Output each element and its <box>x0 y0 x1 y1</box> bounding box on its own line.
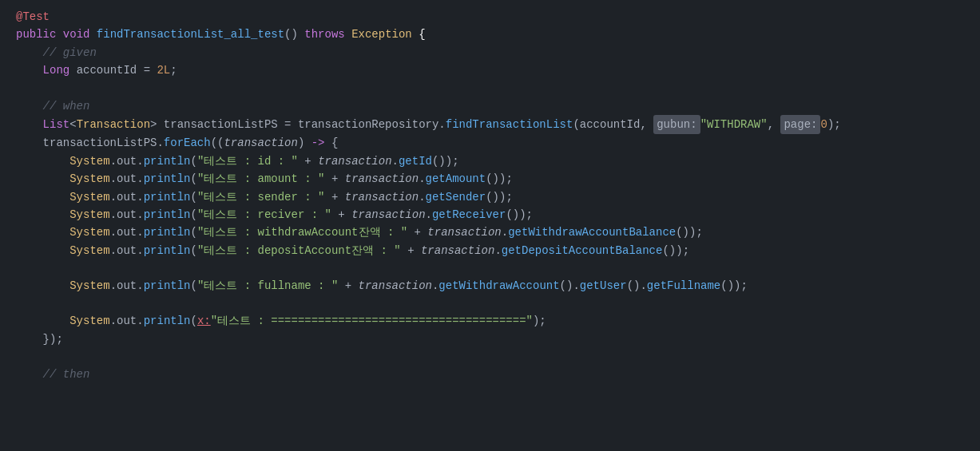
code-editor: @Test public void findTransactionList_al… <box>0 0 980 451</box>
class-system-9: System <box>69 152 109 170</box>
param-x: x: <box>197 312 211 330</box>
code-line-4: Long accountId = 2L ; <box>0 61 980 79</box>
method-name: findTransactionList_all_test <box>97 26 284 43</box>
class-transaction: Transaction <box>77 116 150 133</box>
code-line-9: System . out . println ( "테스트 : id : " +… <box>0 152 980 170</box>
code-line-5 <box>0 80 980 97</box>
code-line-21: // then <box>0 366 980 383</box>
class-system-10: System <box>69 170 109 188</box>
string-withdraw: "WITHDRAW" <box>700 116 768 133</box>
method-getid: getId <box>399 152 432 170</box>
string-test-sender: "테스트 : sender : " <box>197 188 325 206</box>
method-println-14: println <box>144 242 191 259</box>
string-test-deposit: "테스트 : depositAccount잔액 : " <box>197 242 401 259</box>
code-line-8: transactionListPS . forEach (( transacti… <box>0 134 980 152</box>
annotation-test: @Test <box>16 8 50 26</box>
code-line-12: System . out . println ( "테스트 : reciver … <box>0 206 980 224</box>
code-line-2: public void findTransactionList_all_test… <box>0 26 980 43</box>
code-line-16: System . out . println ( "테스트 : fullname… <box>0 277 980 295</box>
comment-given: // given <box>43 44 97 61</box>
class-system-13: System <box>69 224 109 241</box>
var-transactionlistps2: transactionListPS <box>43 134 157 152</box>
method-findtransactionlist: findTransactionList <box>446 116 573 133</box>
method-println-18: println <box>144 312 191 330</box>
method-println-9: println <box>144 152 191 170</box>
param-page: page: <box>780 115 820 134</box>
arrow: -> <box>311 134 325 152</box>
code-line-6: // when <box>0 97 980 115</box>
method-foreach: forEach <box>164 134 211 152</box>
param-gubun: gubun: <box>653 115 700 134</box>
method-println-16: println <box>144 277 191 295</box>
class-system-14: System <box>69 242 109 259</box>
string-test-reciver: "테스트 : reciver : " <box>197 206 331 224</box>
code-line-19: }); <box>0 330 980 348</box>
var-transaction-10: transaction <box>345 170 419 188</box>
method-println-13: println <box>144 224 191 241</box>
string-test-separator: "테스트 : =================================… <box>211 312 533 330</box>
var-transaction-13: transaction <box>427 224 501 241</box>
method-getamount: getAmount <box>426 170 486 188</box>
code-line-10: System . out . println ( "테스트 : amount :… <box>0 170 980 188</box>
class-exception: Exception <box>351 26 412 43</box>
code-line-11: System . out . println ( "테스트 : sender :… <box>0 188 980 206</box>
method-getsender: getSender <box>426 188 486 206</box>
keyword-throws: throws <box>304 26 344 43</box>
method-getwithdrawaccountbalance: getWithdrawAccountBalance <box>508 224 676 241</box>
keyword-long: Long <box>43 61 70 79</box>
method-getuser: getUser <box>580 277 627 295</box>
class-system-11: System <box>69 188 109 206</box>
class-system-12: System <box>69 206 109 224</box>
method-println-10: println <box>144 170 191 188</box>
number-2l: 2L <box>157 61 170 79</box>
method-getwithdrawaccount: getWithdrawAccount <box>438 277 559 295</box>
var-transaction-9: transaction <box>318 152 391 170</box>
string-test-id: "테스트 : id : " <box>197 152 298 170</box>
var-transaction-16: transaction <box>359 277 432 295</box>
code-line-1: @Test <box>0 8 980 26</box>
code-line-17 <box>0 295 980 312</box>
var-transaction-11: transaction <box>345 188 419 206</box>
comment-when: // when <box>43 97 90 115</box>
class-system-18: System <box>69 312 109 330</box>
var-transactionrepository: transactionRepository <box>298 116 438 133</box>
code-line-18: System . out . println ( x: "테스트 : =====… <box>0 312 980 330</box>
comment-then: // then <box>43 366 90 383</box>
code-line-15 <box>0 259 980 277</box>
keyword-list: List <box>43 116 70 133</box>
string-test-amount: "테스트 : amount : " <box>197 170 325 188</box>
keyword-public: public <box>16 26 56 43</box>
var-transactionlistps: transactionListPS <box>164 116 278 133</box>
method-println-11: println <box>144 188 191 206</box>
code-line-7: List < Transaction > transactionListPS =… <box>0 115 980 134</box>
method-getdepositaccountbalance: getDepositAccountBalance <box>502 242 663 259</box>
method-getfullname: getFullname <box>647 277 720 295</box>
method-println-12: println <box>144 206 191 224</box>
param-transaction: transaction <box>224 134 297 152</box>
code-line-3: // given <box>0 44 980 61</box>
class-system-16: System <box>69 277 109 295</box>
var-transaction-12: transaction <box>351 206 425 224</box>
code-line-20 <box>0 348 980 366</box>
var-transaction-14: transaction <box>421 242 494 259</box>
string-test-withdraw: "테스트 : withdrawAccount잔액 : " <box>197 224 407 241</box>
method-getreceiver: getReceiver <box>432 206 506 224</box>
number-0: 0 <box>820 116 827 133</box>
var-accountid: accountId <box>77 61 137 79</box>
string-test-fullname: "테스트 : fullname : " <box>197 277 338 295</box>
code-line-14: System . out . println ( "테스트 : depositA… <box>0 242 980 259</box>
keyword-void: void <box>63 26 90 43</box>
code-line-13: System . out . println ( "테스트 : withdraw… <box>0 224 980 241</box>
